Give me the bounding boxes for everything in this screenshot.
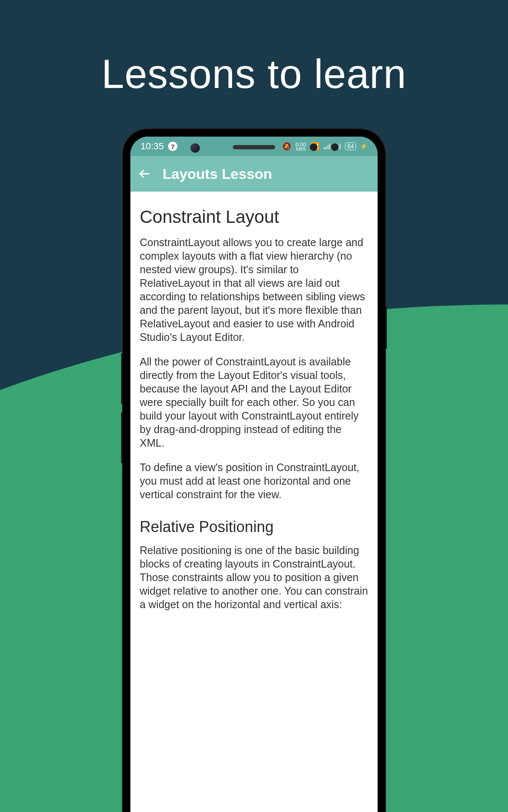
phone-camera-right [310, 143, 318, 151]
lesson-subheading: Relative Positioning [140, 518, 368, 536]
volume-down-button[interactable] [121, 412, 123, 463]
status-time: 10:35 [141, 141, 164, 152]
lesson-paragraph: To define a view's position in Constrain… [140, 461, 368, 501]
app-bar-title: Layouts Lesson [163, 166, 272, 182]
battery-indicator: 64 [345, 143, 356, 150]
phone-camera-left [190, 143, 200, 153]
signal-sim2-icon [334, 143, 341, 149]
app-bar: Layouts Lesson [130, 156, 378, 192]
mute-icon: 🔕 [282, 142, 291, 151]
lesson-paragraph: ConstraintLayout allows you to create la… [140, 236, 368, 344]
lesson-content[interactable]: Constraint Layout ConstraintLayout allow… [130, 192, 378, 611]
promo-title: Lessons to learn [0, 51, 508, 97]
back-arrow-icon[interactable] [138, 167, 151, 180]
phone-speaker [233, 145, 275, 149]
data-rate: 0.00 KB/S [295, 142, 306, 151]
charging-icon: ⚡ [360, 143, 367, 150]
phone-screen: 10:35 7 🔕 0.00 KB/S 📶 64 ⚡ [130, 137, 378, 812]
volume-up-button[interactable] [121, 353, 123, 404]
lesson-heading: Constraint Layout [140, 207, 368, 227]
lesson-paragraph: All the power of ConstraintLayout is ava… [140, 355, 368, 450]
signal-sim1-icon [324, 143, 330, 149]
lesson-paragraph: Relative positioning is one of the basic… [140, 543, 368, 611]
notification-badge: 7 [168, 142, 177, 151]
phone-frame: 10:35 7 🔕 0.00 KB/S 📶 64 ⚡ [123, 129, 385, 812]
power-button[interactable] [385, 307, 387, 349]
